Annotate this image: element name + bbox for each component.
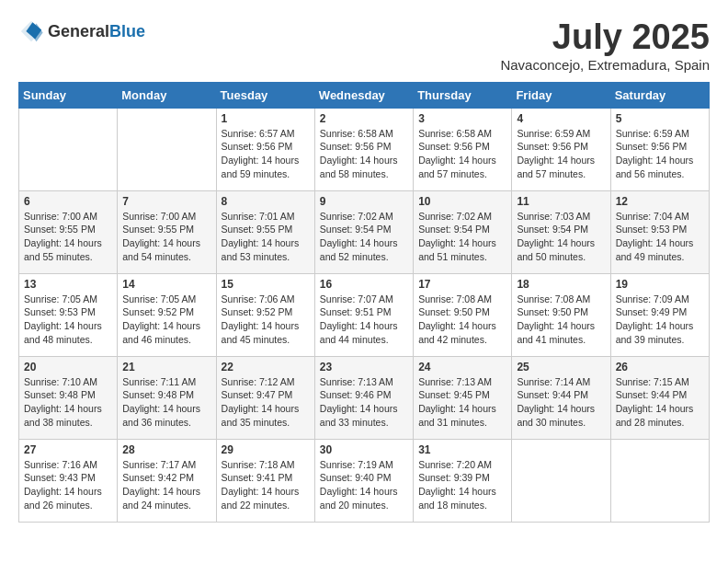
calendar-table: SundayMondayTuesdayWednesdayThursdayFrid… [18, 82, 710, 523]
sunset-text: Sunset: 9:44 PM [616, 389, 688, 400]
calendar-cell [610, 439, 709, 522]
calendar-cell: 26Sunrise: 7:15 AMSunset: 9:44 PMDayligh… [610, 356, 709, 439]
day-number: 24 [418, 361, 506, 373]
sunset-text: Sunset: 9:53 PM [616, 224, 688, 235]
daylight-text: Daylight: 14 hours and 30 minutes. [517, 403, 595, 428]
day-number: 31 [418, 443, 506, 456]
day-info: Sunrise: 7:01 AMSunset: 9:55 PMDaylight:… [222, 210, 310, 264]
sunset-text: Sunset: 9:55 PM [24, 224, 96, 235]
sunset-text: Sunset: 9:56 PM [418, 141, 490, 152]
daylight-text: Daylight: 14 hours and 31 minutes. [418, 403, 496, 428]
sunrise-text: Sunrise: 7:13 AM [320, 376, 393, 387]
daylight-text: Daylight: 14 hours and 41 minutes. [517, 320, 595, 345]
calendar-week-row: 13Sunrise: 7:05 AMSunset: 9:53 PMDayligh… [19, 273, 710, 356]
weekday-header: Monday [118, 82, 216, 108]
day-number: 17 [418, 278, 506, 291]
location-title: Navaconcejo, Extremadura, Spain [500, 57, 710, 73]
day-info: Sunrise: 6:59 AMSunset: 9:56 PMDaylight:… [517, 127, 605, 181]
sunrise-text: Sunrise: 6:57 AM [222, 128, 295, 139]
day-number: 3 [418, 112, 506, 125]
weekday-header: Thursday [414, 82, 512, 108]
sunrise-text: Sunrise: 7:12 AM [222, 376, 295, 387]
calendar-week-row: 6Sunrise: 7:00 AMSunset: 9:55 PMDaylight… [19, 190, 710, 273]
day-number: 1 [222, 112, 310, 125]
logo-general-text: General [48, 22, 109, 41]
day-info: Sunrise: 6:59 AMSunset: 9:56 PMDaylight:… [616, 127, 704, 181]
sunrise-text: Sunrise: 6:59 AM [517, 128, 590, 139]
calendar-cell: 3Sunrise: 6:58 AMSunset: 9:56 PMDaylight… [414, 108, 512, 190]
sunrise-text: Sunrise: 7:00 AM [24, 211, 97, 222]
day-info: Sunrise: 7:00 AMSunset: 9:55 PMDaylight:… [122, 210, 210, 264]
sunrise-text: Sunrise: 7:05 AM [122, 293, 196, 304]
sunrise-text: Sunrise: 7:04 AM [616, 211, 689, 222]
calendar-cell: 22Sunrise: 7:12 AMSunset: 9:47 PMDayligh… [216, 356, 314, 439]
sunrise-text: Sunrise: 7:01 AM [222, 211, 295, 222]
day-number: 26 [616, 361, 704, 373]
logo: General Blue [18, 18, 145, 44]
weekday-header: Sunday [19, 82, 118, 108]
daylight-text: Daylight: 14 hours and 51 minutes. [418, 237, 496, 262]
day-info: Sunrise: 7:00 AMSunset: 9:55 PMDaylight:… [24, 210, 112, 264]
daylight-text: Daylight: 14 hours and 59 minutes. [222, 155, 300, 179]
day-number: 6 [24, 195, 112, 208]
calendar-week-row: 20Sunrise: 7:10 AMSunset: 9:48 PMDayligh… [19, 356, 710, 439]
sunset-text: Sunset: 9:39 PM [418, 472, 490, 483]
day-number: 13 [24, 278, 112, 291]
weekday-header: Saturday [610, 82, 709, 108]
daylight-text: Daylight: 14 hours and 24 minutes. [122, 486, 200, 511]
day-info: Sunrise: 7:03 AMSunset: 9:54 PMDaylight:… [517, 210, 605, 264]
calendar-cell: 29Sunrise: 7:18 AMSunset: 9:41 PMDayligh… [216, 439, 314, 522]
day-info: Sunrise: 7:13 AMSunset: 9:46 PMDaylight:… [320, 375, 408, 430]
daylight-text: Daylight: 14 hours and 45 minutes. [222, 320, 300, 345]
day-info: Sunrise: 6:58 AMSunset: 9:56 PMDaylight:… [418, 127, 506, 181]
sunset-text: Sunset: 9:54 PM [418, 224, 490, 235]
sunrise-text: Sunrise: 7:10 AM [24, 376, 97, 387]
day-number: 21 [122, 361, 210, 373]
calendar-cell: 8Sunrise: 7:01 AMSunset: 9:55 PMDaylight… [216, 190, 314, 273]
day-number: 20 [24, 361, 112, 373]
sunset-text: Sunset: 9:44 PM [517, 389, 588, 400]
daylight-text: Daylight: 14 hours and 33 minutes. [320, 403, 398, 428]
sunset-text: Sunset: 9:47 PM [222, 389, 293, 400]
sunset-text: Sunset: 9:40 PM [320, 472, 392, 483]
day-number: 25 [517, 361, 605, 373]
day-number: 12 [616, 195, 704, 208]
day-number: 4 [517, 112, 605, 125]
sunset-text: Sunset: 9:48 PM [122, 389, 194, 400]
sunrise-text: Sunrise: 7:05 AM [24, 293, 97, 304]
day-number: 2 [320, 112, 408, 125]
daylight-text: Daylight: 14 hours and 58 minutes. [320, 155, 398, 179]
sunset-text: Sunset: 9:41 PM [222, 472, 293, 483]
calendar-cell [118, 108, 216, 190]
day-info: Sunrise: 7:07 AMSunset: 9:51 PMDaylight:… [320, 293, 408, 347]
day-info: Sunrise: 7:19 AMSunset: 9:40 PMDaylight:… [320, 458, 408, 512]
sunset-text: Sunset: 9:53 PM [24, 306, 96, 317]
day-info: Sunrise: 7:18 AMSunset: 9:41 PMDaylight:… [222, 458, 310, 512]
sunset-text: Sunset: 9:45 PM [418, 389, 490, 400]
day-info: Sunrise: 7:06 AMSunset: 9:52 PMDaylight:… [222, 293, 310, 347]
page-header: General Blue July 2025 Navaconcejo, Extr… [18, 18, 710, 73]
calendar-cell: 25Sunrise: 7:14 AMSunset: 9:44 PMDayligh… [512, 356, 610, 439]
day-info: Sunrise: 7:12 AMSunset: 9:47 PMDaylight:… [222, 375, 310, 430]
sunrise-text: Sunrise: 7:08 AM [418, 293, 492, 304]
daylight-text: Daylight: 14 hours and 49 minutes. [616, 237, 694, 262]
calendar-cell: 14Sunrise: 7:05 AMSunset: 9:52 PMDayligh… [118, 273, 216, 356]
calendar-cell: 18Sunrise: 7:08 AMSunset: 9:50 PMDayligh… [512, 273, 610, 356]
calendar-cell [512, 439, 610, 522]
calendar-cell: 1Sunrise: 6:57 AMSunset: 9:56 PMDaylight… [216, 108, 314, 190]
day-info: Sunrise: 7:04 AMSunset: 9:53 PMDaylight:… [616, 210, 704, 264]
day-info: Sunrise: 7:05 AMSunset: 9:53 PMDaylight:… [24, 293, 112, 347]
calendar-cell: 2Sunrise: 6:58 AMSunset: 9:56 PMDaylight… [314, 108, 413, 190]
day-number: 5 [616, 112, 704, 125]
sunset-text: Sunset: 9:48 PM [24, 389, 96, 400]
daylight-text: Daylight: 14 hours and 44 minutes. [320, 320, 398, 345]
sunset-text: Sunset: 9:46 PM [320, 389, 392, 400]
sunrise-text: Sunrise: 7:13 AM [418, 376, 492, 387]
day-number: 15 [222, 278, 310, 291]
daylight-text: Daylight: 14 hours and 20 minutes. [320, 486, 398, 511]
sunrise-text: Sunrise: 7:08 AM [517, 293, 590, 304]
sunset-text: Sunset: 9:56 PM [222, 141, 293, 152]
sunrise-text: Sunrise: 7:18 AM [222, 459, 295, 470]
calendar-cell: 30Sunrise: 7:19 AMSunset: 9:40 PMDayligh… [314, 439, 413, 522]
calendar-cell: 23Sunrise: 7:13 AMSunset: 9:46 PMDayligh… [314, 356, 413, 439]
